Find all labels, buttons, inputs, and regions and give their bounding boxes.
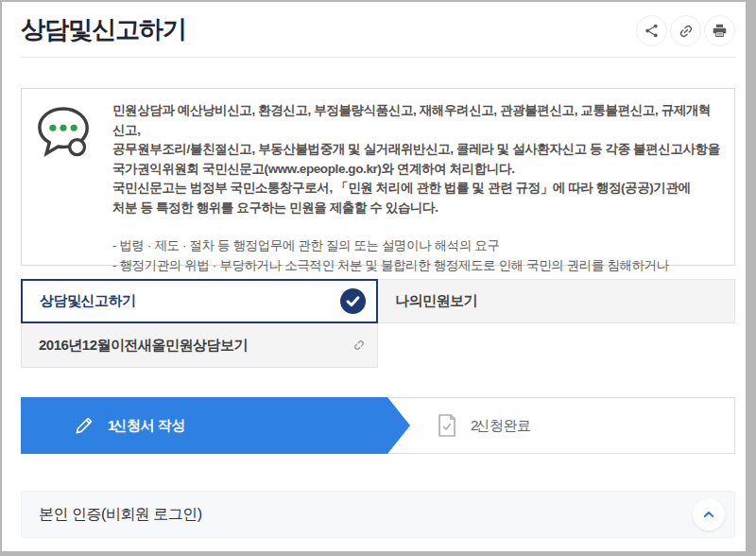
auth-accordion-header[interactable]: 본인 인증(비회원 로그인) [21,491,735,538]
collapse-button[interactable] [693,498,725,530]
share-button[interactable] [636,15,667,46]
tab-consult-and-report[interactable]: 상담및신고하기 [21,279,378,323]
tab-consult-label: 상담및신고하기 [40,292,136,310]
guide-line: 공무원부조리/불친절신고, 부동산불법중개 및 실거래위반신고, 콜레라 및 설… [112,140,721,160]
print-icon [712,23,728,39]
guide-info-box: 민원상담과 예산낭비신고, 환경신고, 부정불량식품신고, 재해우려신고, 관광… [21,88,735,266]
archive-link-row[interactable]: 2016년12월이전새올민원상담보기 [21,323,378,368]
step-2-complete: 2 신청완료 [380,397,735,454]
print-button[interactable] [704,15,735,46]
tab-my-minwon-label: 나의민원보기 [395,292,477,310]
title-divider [21,57,735,58]
check-circle-icon [340,288,366,314]
guide-bullet: - 법령 · 제도 · 절차 등 행정업무에 관한 질의 또는 설명이나 해석의… [112,236,721,256]
step-2-label: 신청완료 [476,417,531,433]
content-page: 상담및신고하기 [2,2,746,551]
guide-line: 국민신문고는 범정부 국민소통창구로서, 「민원 처리에 관한 법률 및 관련 … [112,179,721,199]
guide-line: 민원상담과 예산낭비신고, 환경신고, 부정불량식품신고, 재해우려신고, 관광… [112,101,721,140]
header-action-buttons [636,15,735,46]
pencil-icon [73,415,94,437]
step-1-label: 신청서 작성 [113,417,185,433]
page-title: 상담및신고하기 [21,12,186,46]
link-icon [678,23,695,40]
guide-bullet: - 행정기관의 위법 · 부당하거나 소극적인 처분 및 불합리한 행정제도로 … [112,256,721,276]
tab-my-minwon[interactable]: 나의민원보기 [378,279,735,323]
external-link-icon [352,339,366,352]
auth-section-title: 본인 인증(비회원 로그인) [39,505,202,525]
empty-cell [378,323,735,368]
speech-bubble-icon [33,101,112,265]
archive-link-label: 2016년12월이전새올민원상담보기 [39,337,248,355]
share-icon [644,23,660,39]
step-indicator: 2 신청완료 1 신청서 작성 [21,397,735,454]
guide-text: 민원상담과 예산낭비신고, 환경신고, 부정불량식품신고, 재해우려신고, 관광… [112,101,721,265]
guide-line: 국가권익위원회 국민신문고(www.epeople.go.kr)와 연계하여 처… [112,160,721,180]
guide-line: 처분 등 특정한 행위를 요구하는 민원을 제출할 수 있습니다. [112,199,721,218]
step-1-active: 1 신청서 작성 [21,397,410,454]
chevron-up-icon [699,505,718,524]
page-header: 상담및신고하기 [2,2,746,46]
document-check-icon [436,413,458,438]
menu-tab-table: 상담및신고하기 나의민원보기 2016년12월이전새올민원상담보기 [21,279,735,368]
copy-link-button[interactable] [670,15,701,46]
